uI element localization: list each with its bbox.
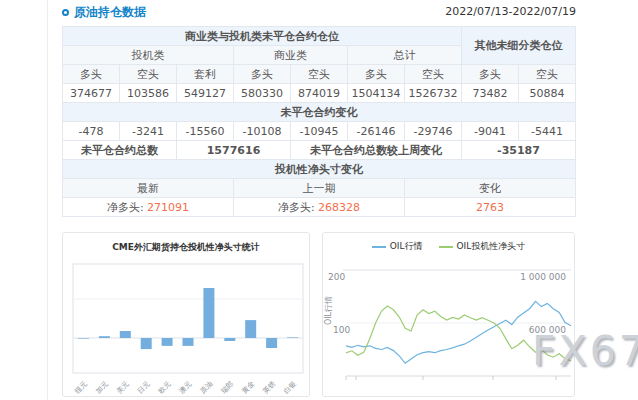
change-value: -15560 bbox=[177, 122, 234, 141]
table-row: 最新 上一期 变化 bbox=[63, 179, 576, 198]
circle-bullet-icon bbox=[62, 9, 69, 16]
net-col-latest: 最新 bbox=[63, 179, 234, 198]
net-col-previous: 上一期 bbox=[234, 179, 405, 198]
col-header: 多头 bbox=[63, 65, 120, 84]
col-header: 空头 bbox=[120, 65, 177, 84]
col-header: 空头 bbox=[405, 65, 462, 84]
col-header: 空头 bbox=[291, 65, 348, 84]
total-oi-label: 未平仓合约总数 bbox=[63, 141, 177, 160]
bar-x-label: 瑞郎 bbox=[220, 380, 236, 396]
bar-chart[interactable]: 纽元加元美元日元欧元澳元原油瑞郎黄金英镑白银 bbox=[63, 233, 311, 396]
position-value: 50884 bbox=[519, 84, 576, 103]
position-value: 1526732 bbox=[405, 84, 462, 103]
net-prev-value: 268328 bbox=[318, 201, 360, 214]
bar-纽元 bbox=[78, 338, 89, 339]
bar-美元 bbox=[120, 331, 131, 338]
position-value: 580330 bbox=[234, 84, 291, 103]
date-range: 2022/07/13-2022/07/19 bbox=[445, 5, 576, 18]
col-header: 多头 bbox=[462, 65, 519, 84]
subgroup-commercial: 商业类 bbox=[234, 46, 348, 65]
subgroup-speculative: 投机类 bbox=[63, 46, 234, 65]
subgroup-total: 总计 bbox=[348, 46, 462, 65]
net-col-change: 变化 bbox=[405, 179, 576, 198]
change-value: -26146 bbox=[348, 122, 405, 141]
net-latest-label: 净多头: bbox=[107, 201, 144, 214]
total-oi-change-value: -35187 bbox=[462, 141, 576, 160]
position-value: 1504134 bbox=[348, 84, 405, 103]
table-row: 投机性净头寸变化 bbox=[63, 160, 576, 179]
left-column-divider bbox=[47, 0, 48, 400]
position-value: 73482 bbox=[462, 84, 519, 103]
net-change: 2763 bbox=[405, 198, 576, 217]
bar-黄金 bbox=[245, 320, 256, 338]
plot-frame bbox=[73, 264, 303, 373]
table-row: -478 -3241 -15560 -10108 -10945 -26146 -… bbox=[63, 122, 576, 141]
positions-table: 商业类与投机类未平仓合约仓位 其他未细分类仓位 投机类 商业类 总计 多头 空头… bbox=[62, 26, 576, 217]
bar-加元 bbox=[99, 336, 110, 338]
change-section-header: 未平仓合约变化 bbox=[63, 103, 576, 122]
fx678-watermark: FX678 bbox=[532, 327, 638, 375]
col-header: 空头 bbox=[519, 65, 576, 84]
position-value: 103586 bbox=[120, 84, 177, 103]
page-background: 原油持仓数据 2022/07/13-2022/07/19 商业类与投机类未平仓合… bbox=[0, 0, 638, 400]
bar-x-label: 美元 bbox=[115, 380, 131, 396]
bar-x-label: 英镑 bbox=[261, 380, 277, 396]
change-value: -3241 bbox=[120, 122, 177, 141]
page-title[interactable]: 原油持仓数据 bbox=[62, 4, 146, 21]
col-header: 套利 bbox=[177, 65, 234, 84]
group-header-other: 其他未细分类仓位 bbox=[462, 27, 576, 65]
table-row: 商业类与投机类未平仓合约仓位 其他未细分类仓位 bbox=[63, 27, 576, 46]
bar-原油 bbox=[203, 288, 214, 338]
bar-x-label: 纽元 bbox=[73, 380, 89, 396]
position-value: 549127 bbox=[177, 84, 234, 103]
net-section-header: 投机性净头寸变化 bbox=[63, 160, 576, 179]
net-change-value: 2763 bbox=[476, 201, 504, 214]
group-header-main: 商业类与投机类未平仓合约仓位 bbox=[63, 27, 462, 46]
bar-x-label: 黄金 bbox=[241, 380, 257, 396]
net-latest-value: 271091 bbox=[147, 201, 189, 214]
bar-x-label: 澳元 bbox=[178, 380, 194, 396]
bar-x-label: 白银 bbox=[282, 380, 298, 396]
table-row: 未平仓合约总数 1577616 未平仓合约总数较上周变化 -35187 bbox=[63, 141, 576, 160]
bar-日元 bbox=[141, 338, 152, 349]
col-header: 多头 bbox=[234, 65, 291, 84]
change-value: -29746 bbox=[405, 122, 462, 141]
bar-白银 bbox=[287, 337, 298, 338]
col-header: 多头 bbox=[348, 65, 405, 84]
change-value: -478 bbox=[63, 122, 120, 141]
table-row: 未平仓合约变化 bbox=[63, 103, 576, 122]
bar-澳元 bbox=[183, 338, 194, 346]
change-value: -5441 bbox=[519, 122, 576, 141]
bar-英镑 bbox=[266, 338, 277, 348]
total-oi-value: 1577616 bbox=[177, 141, 291, 160]
total-oi-change-label: 未平仓合约总数较上周变化 bbox=[291, 141, 462, 160]
bar-瑞郎 bbox=[224, 338, 235, 341]
net-latest: 净多头: 271091 bbox=[63, 198, 234, 217]
bar-x-label: 日元 bbox=[136, 380, 152, 396]
change-value: -9041 bbox=[462, 122, 519, 141]
bar-x-label: 原油 bbox=[199, 380, 215, 396]
net-prev-label: 净多头: bbox=[278, 201, 315, 214]
page-title-label: 原油持仓数据 bbox=[74, 4, 146, 21]
bar-欧元 bbox=[162, 338, 173, 346]
bar-chart-card: CME外汇期货持仓投机性净头寸统计 纽元加元美元日元欧元澳元原油瑞郎黄金英镑白银 bbox=[62, 232, 310, 397]
net-previous: 净多头: 268328 bbox=[234, 198, 405, 217]
change-value: -10945 bbox=[291, 122, 348, 141]
table-row: 374677 103586 549127 580330 874019 15041… bbox=[63, 84, 576, 103]
table-row: 净多头: 271091 净多头: 268328 2763 bbox=[63, 198, 576, 217]
position-value: 374677 bbox=[63, 84, 120, 103]
change-value: -10108 bbox=[234, 122, 291, 141]
table-row: 多头 空头 套利 多头 空头 多头 空头 多头 空头 bbox=[63, 65, 576, 84]
bar-x-label: 欧元 bbox=[157, 380, 173, 396]
position-value: 874019 bbox=[291, 84, 348, 103]
bar-x-label: 加元 bbox=[94, 380, 110, 396]
